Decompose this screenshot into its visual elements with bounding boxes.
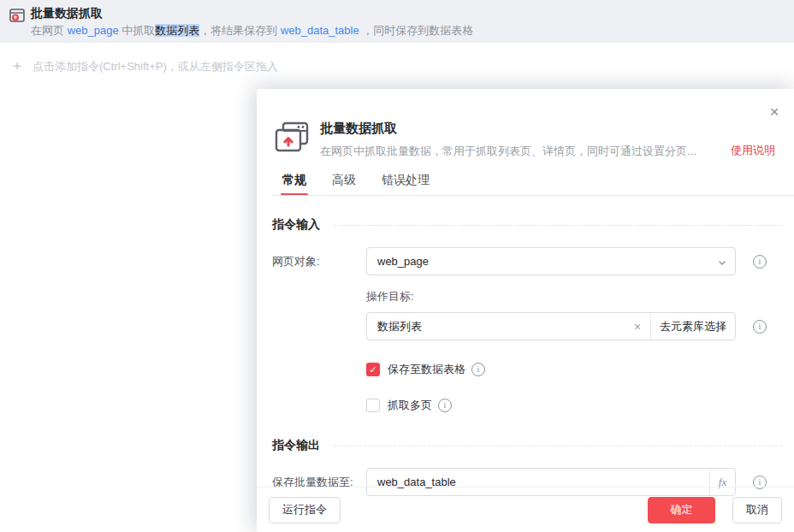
output-section-title: 指令输出 <box>272 438 320 453</box>
input-section-header: 指令输入 <box>272 217 782 233</box>
target-row: 数据列表 × 去元素库选择 i <box>366 312 782 340</box>
target-block: 操作目标: 数据列表 × 去元素库选择 i <box>366 289 782 340</box>
instruction-banner: 批量数据抓取 在网页 web_page 中抓取数据列表，将结果保存到 web_d… <box>0 0 794 43</box>
multi-page-info-icon[interactable]: i <box>438 399 452 412</box>
tab-error-handling[interactable]: 错误处理 <box>382 173 430 195</box>
target-info-icon[interactable]: i <box>753 320 767 334</box>
plus-icon: ＋ <box>10 57 24 75</box>
multi-page-row: 抓取多页 i <box>366 398 782 413</box>
web-object-select[interactable]: web_page <box>366 247 736 275</box>
batch-scrape-dialog-icon <box>274 120 310 156</box>
section-divider <box>334 225 782 226</box>
batch-scrape-icon <box>9 8 25 23</box>
summary-text: ，同时保存到数据表格 <box>359 24 474 37</box>
banner-title: 批量数据抓取 <box>31 6 103 21</box>
dialog-header-text: 批量数据抓取 在网页中抓取批量数据，常用于抓取列表页、详情页，同时可通过设置分页… <box>320 120 696 159</box>
dialog-title: 批量数据抓取 <box>320 120 696 137</box>
tab-general[interactable]: 常规 <box>282 173 306 195</box>
save-to-table-checkbox[interactable]: ✓ <box>366 363 380 376</box>
batch-scrape-dialog: × 批量数据抓取 在网页中抓取批量数据，常用于抓取列表页、详情页，同时可通过设置… <box>257 89 794 532</box>
dialog-tabs: 常规 高级 错误处理 <box>272 173 794 196</box>
summary-text: 在网页 <box>31 24 68 37</box>
web-object-info-icon[interactable]: i <box>753 255 767 269</box>
add-instruction-hint: 点击添加指令(Ctrl+Shift+P)，或从左侧指令区拖入 <box>33 59 278 74</box>
target-highlighted-text[interactable]: 数据列表 <box>155 24 199 37</box>
dialog-footer: 运行指令 确定 取消 <box>257 487 794 532</box>
usage-help-link[interactable]: 使用说明 <box>731 143 775 158</box>
save-to-table-row: ✓ 保存至数据表格 i <box>366 362 782 377</box>
tab-advanced[interactable]: 高级 <box>332 173 356 195</box>
add-instruction-row[interactable]: ＋ 点击添加指令(Ctrl+Shift+P)，或从左侧指令区拖入 <box>10 57 278 75</box>
web-object-label: 网页对象: <box>272 254 366 269</box>
target-input[interactable]: 数据列表 <box>367 319 625 334</box>
run-instruction-button[interactable]: 运行指令 <box>269 497 341 523</box>
web-page-variable-link[interactable]: web_page <box>68 24 119 37</box>
target-label: 操作目标: <box>366 289 782 304</box>
summary-text: 中抓取 <box>119 24 156 37</box>
save-to-table-info-icon[interactable]: i <box>471 363 485 376</box>
clear-icon[interactable]: × <box>625 320 650 334</box>
cancel-button[interactable]: 取消 <box>732 497 782 523</box>
chevron-down-icon <box>709 255 735 268</box>
multi-page-checkbox[interactable] <box>366 399 380 412</box>
output-section-header: 指令输出 <box>272 438 782 453</box>
dialog-description: 在网页中抓取批量数据，常用于抓取列表页、详情页，同时可通过设置分页... <box>320 144 696 159</box>
ok-button[interactable]: 确定 <box>648 497 715 523</box>
multi-page-label: 抓取多页 <box>388 398 432 413</box>
dialog-content: 指令输入 网页对象: web_page i 操作目标: 数据列表 × <box>272 197 782 496</box>
section-divider <box>334 446 782 446</box>
dialog-header: 批量数据抓取 在网页中抓取批量数据，常用于抓取列表页、详情页，同时可通过设置分页… <box>274 120 777 159</box>
summary-text: ，将结果保存到 <box>199 24 281 37</box>
web-object-value: web_page <box>367 255 709 268</box>
input-section-title: 指令输入 <box>272 217 320 233</box>
save-to-table-label: 保存至数据表格 <box>388 362 465 377</box>
instruction-summary: 在网页 web_page 中抓取数据列表，将结果保存到 web_data_tab… <box>31 23 473 38</box>
element-library-picker-button[interactable]: 去元素库选择 <box>651 319 735 334</box>
web-object-row: 网页对象: web_page i <box>272 247 782 275</box>
target-input-group: 数据列表 × 去元素库选择 <box>366 312 736 340</box>
web-data-table-variable-link[interactable]: web_data_table <box>281 24 359 37</box>
